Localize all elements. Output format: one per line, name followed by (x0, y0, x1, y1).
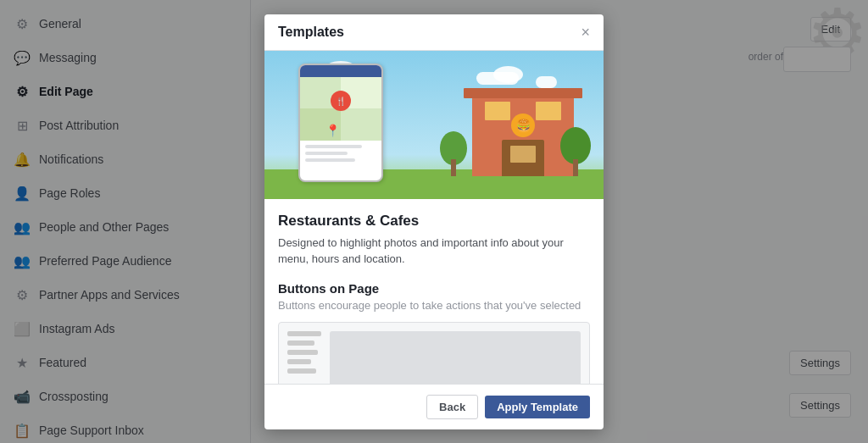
svg-rect-2 (485, 102, 510, 120)
svg-rect-12 (438, 176, 591, 186)
modal-header: Templates × (264, 14, 604, 51)
modal-content: Restaurants & Cafes Designed to highligh… (264, 199, 604, 384)
modal-title: Templates (278, 25, 344, 40)
svg-rect-3 (536, 102, 561, 120)
phone-map: 🍴 📍 (300, 77, 381, 141)
buttons-section-title: Buttons on Page (278, 281, 590, 296)
templates-modal: Templates × (264, 14, 604, 429)
back-button[interactable]: Back (426, 395, 478, 419)
wireframe-preview (278, 322, 590, 384)
template-description: Designed to highlight photos and importa… (278, 235, 590, 268)
svg-rect-9 (451, 159, 456, 176)
hero-illustration: 🍴 📍 (264, 51, 604, 199)
modal-footer: Back Apply Template (264, 384, 604, 429)
apply-template-button[interactable]: Apply Template (485, 396, 590, 418)
map-pin: 📍 (326, 124, 340, 137)
phone-illustration: 🍴 📍 (298, 64, 383, 182)
modal-overlay: Templates × (0, 0, 868, 443)
svg-rect-11 (573, 159, 578, 178)
phone-content-lines (300, 141, 381, 166)
modal-body: 🍴 📍 (264, 51, 604, 384)
buttons-section-desc: Buttons encourage people to take actions… (278, 299, 590, 312)
template-name: Restaurants & Cafes (278, 213, 590, 230)
building-illustration: 🍔 (438, 51, 591, 186)
svg-point-10 (560, 127, 591, 164)
close-button[interactable]: × (581, 25, 590, 40)
svg-rect-5 (510, 146, 536, 163)
phone-header (300, 65, 381, 77)
wf-main-area (330, 331, 581, 384)
wf-sidebar (287, 331, 321, 384)
wf-content-area (330, 331, 581, 384)
svg-rect-1 (464, 88, 582, 98)
fork-knife-badge: 🍴 (331, 91, 351, 111)
svg-text:🍔: 🍔 (516, 119, 531, 133)
